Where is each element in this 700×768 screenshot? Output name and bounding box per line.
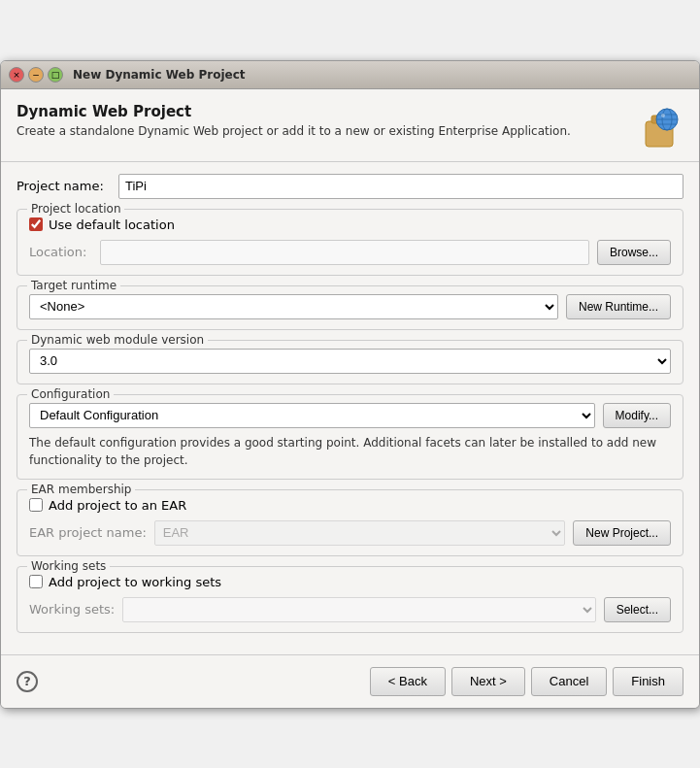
configuration-description: The default configuration provides a goo…	[29, 434, 671, 469]
configuration-select[interactable]: Default Configuration	[29, 403, 595, 428]
project-name-input[interactable]	[118, 174, 683, 199]
ear-project-row: EAR project name: EAR New Project...	[29, 520, 671, 546]
new-project-button[interactable]: New Project...	[573, 520, 671, 546]
ear-project-label: EAR project name:	[29, 525, 147, 540]
working-sets-legend: Working sets	[27, 559, 110, 573]
dialog-footer: ? < Back Next > Cancel Finish	[1, 654, 699, 708]
working-sets-checkbox[interactable]	[29, 575, 43, 588]
close-button[interactable]: ×	[9, 67, 24, 83]
dialog-header: Dynamic Web Project Create a standalone …	[1, 89, 699, 162]
dialog-title: Dynamic Web Project	[17, 103, 571, 120]
maximize-button[interactable]: □	[48, 67, 63, 83]
project-location-legend: Project location	[27, 202, 124, 216]
dialog-window: × − □ New Dynamic Web Project Dynamic We…	[0, 60, 700, 709]
use-default-location-label: Use default location	[49, 217, 175, 232]
location-row: Location: Browse...	[29, 240, 671, 265]
working-sets-select[interactable]	[122, 597, 595, 622]
working-sets-row: Working sets: Select...	[29, 597, 671, 622]
ear-checkbox[interactable]	[29, 498, 43, 512]
ear-project-select[interactable]: EAR	[154, 520, 566, 546]
ear-membership-legend: EAR membership	[27, 483, 135, 496]
target-runtime-select[interactable]: <None>	[29, 294, 558, 319]
select-button[interactable]: Select...	[604, 597, 671, 622]
back-button[interactable]: < Back	[370, 667, 446, 696]
working-sets-checkbox-row: Add project to working sets	[29, 575, 671, 589]
project-name-label: Project name:	[17, 179, 118, 193]
dynamic-web-module-row: 3.0 2.5 2.4 2.3	[29, 349, 671, 374]
next-button[interactable]: Next >	[451, 667, 525, 696]
target-runtime-row: <None> New Runtime...	[29, 294, 671, 319]
configuration-group: Configuration Default Configuration Modi…	[17, 394, 683, 480]
cancel-button[interactable]: Cancel	[531, 667, 607, 696]
configuration-legend: Configuration	[27, 387, 114, 401]
configuration-row: Default Configuration Modify...	[29, 403, 671, 428]
working-sets-checkbox-label: Add project to working sets	[49, 575, 221, 589]
header-icon	[635, 103, 683, 151]
dynamic-web-module-group: Dynamic web module version 3.0 2.5 2.4 2…	[17, 340, 683, 384]
header-text: Dynamic Web Project Create a standalone …	[17, 103, 571, 138]
dialog-subtitle: Create a standalone Dynamic Web project …	[17, 124, 571, 138]
project-location-group: Project location Use default location Lo…	[17, 209, 683, 276]
project-name-row: Project name:	[17, 174, 683, 199]
finish-button[interactable]: Finish	[613, 667, 683, 696]
globe-icon	[638, 106, 681, 149]
modify-button[interactable]: Modify...	[603, 403, 671, 428]
use-default-location-checkbox[interactable]	[29, 217, 43, 231]
help-button[interactable]: ?	[17, 671, 38, 692]
location-input[interactable]	[100, 240, 589, 265]
new-runtime-button[interactable]: New Runtime...	[566, 294, 671, 319]
working-sets-group: Working sets Add project to working sets…	[17, 566, 683, 633]
location-label: Location:	[29, 245, 92, 259]
working-sets-label: Working sets:	[29, 602, 115, 617]
ear-membership-group: EAR membership Add project to an EAR EAR…	[17, 489, 683, 556]
titlebar-buttons: × − □	[9, 67, 63, 83]
ear-checkbox-row: Add project to an EAR	[29, 498, 671, 513]
target-runtime-group: Target runtime <None> New Runtime...	[17, 285, 683, 330]
use-default-location-row: Use default location	[29, 217, 671, 232]
dialog-content: Project name: Project location Use defau…	[1, 162, 699, 654]
titlebar: × − □ New Dynamic Web Project	[1, 61, 699, 89]
footer-buttons: < Back Next > Cancel Finish	[370, 667, 683, 696]
browse-button[interactable]: Browse...	[597, 240, 671, 265]
window-title: New Dynamic Web Project	[73, 68, 246, 82]
dynamic-web-module-select[interactable]: 3.0 2.5 2.4 2.3	[29, 349, 671, 374]
ear-checkbox-label: Add project to an EAR	[49, 498, 186, 513]
minimize-button[interactable]: −	[28, 67, 44, 83]
svg-point-7	[661, 114, 665, 117]
target-runtime-legend: Target runtime	[27, 279, 120, 292]
dynamic-web-module-legend: Dynamic web module version	[27, 333, 208, 347]
